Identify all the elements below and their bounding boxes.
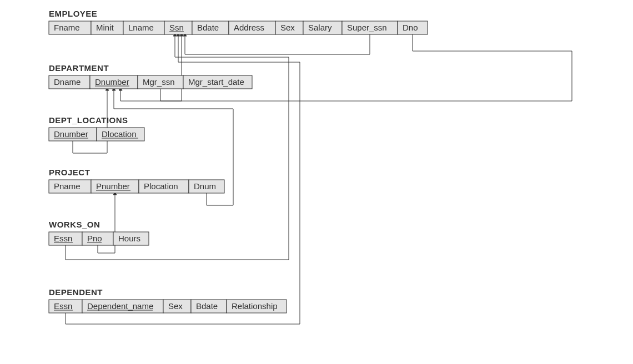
column-label: Address: [234, 23, 264, 32]
column-label: Hours: [118, 234, 140, 243]
column-label: Salary: [308, 23, 332, 32]
column-label: Plocation: [144, 181, 178, 191]
column-label: Pnumber: [96, 181, 130, 191]
column-label: Mgr_ssn: [143, 77, 175, 87]
column-label: Minit: [96, 23, 114, 32]
table-title: DEPT_LOCATIONS: [49, 115, 128, 125]
column-label: Bdate: [196, 301, 218, 311]
column-label: Lname: [128, 23, 154, 32]
column-label: Mgr_start_date: [188, 77, 244, 87]
column-label: Pno: [87, 234, 102, 243]
table-title: PROJECT: [49, 168, 90, 177]
column-label: Sex: [280, 23, 295, 32]
table-employee: EMPLOYEEFnameMinitLnameSsnBdateAddressSe…: [49, 9, 428, 34]
table-department: DEPARTMENTDnameDnumberMgr_ssnMgr_start_d…: [49, 63, 252, 89]
column-label: Relationship: [232, 301, 278, 311]
column-label: Dlocation: [102, 129, 137, 139]
column-label: Ssn: [169, 23, 184, 32]
column-label: Dnumber: [95, 77, 129, 87]
column-label: Dependent_name: [87, 301, 153, 311]
table-title: EMPLOYEE: [49, 9, 97, 18]
column-label: Dnum: [194, 181, 216, 191]
column-label: Pname: [54, 181, 81, 191]
table-title: WORKS_ON: [49, 220, 100, 229]
column-label: Sex: [168, 301, 183, 311]
table-project: PROJECTPnamePnumberPlocationDnum: [49, 168, 224, 193]
fk-arrow: [120, 34, 572, 101]
fk-arrow: [185, 34, 370, 54]
column-label: Fname: [54, 23, 80, 32]
column-label: Bdate: [197, 23, 219, 32]
column-label: Super_ssn: [347, 23, 387, 32]
column-label: Dno: [403, 23, 418, 32]
column-label: Dnumber: [54, 129, 88, 139]
table-works_on: WORKS_ONEssnPnoHours: [49, 220, 149, 245]
table-title: DEPENDENT: [49, 287, 103, 297]
table-dependent: DEPENDENTEssnDependent_nameSexBdateRelat…: [49, 287, 287, 313]
column-label: Essn: [54, 301, 72, 311]
column-label: Essn: [54, 234, 72, 243]
table-title: DEPARTMENT: [49, 63, 109, 73]
relational-schema-diagram: EMPLOYEEFnameMinitLnameSsnBdateAddressSe…: [0, 0, 633, 364]
table-dept_locations: DEPT_LOCATIONSDnumberDlocation: [49, 115, 144, 141]
column-label: Dname: [54, 77, 81, 87]
